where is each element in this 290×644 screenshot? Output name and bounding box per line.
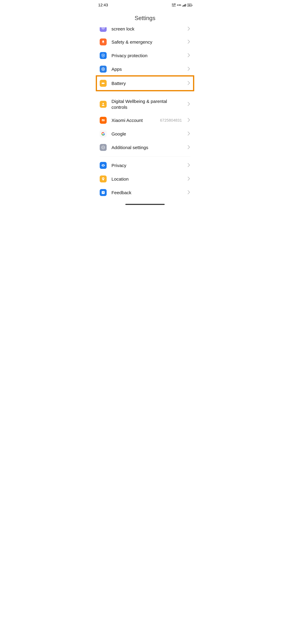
divider bbox=[100, 93, 190, 93]
data-speed: 0.00 KB/s bbox=[172, 3, 176, 7]
settings-row-xiaomi-account[interactable]: Xiaomi Account6725804831 bbox=[92, 114, 198, 127]
row-label: Feedback bbox=[111, 190, 182, 196]
chevron-right-icon bbox=[187, 190, 190, 195]
mi-icon bbox=[100, 117, 107, 124]
chevron-right-icon bbox=[187, 118, 190, 123]
gesture-bar[interactable] bbox=[92, 199, 198, 207]
svg-rect-6 bbox=[102, 83, 104, 84]
svg-point-2 bbox=[103, 28, 103, 28]
svg-point-8 bbox=[103, 103, 104, 104]
row-label: Privacy bbox=[111, 162, 182, 168]
settings-row-screen-lock[interactable]: screen lock bbox=[92, 26, 198, 35]
chevron-right-icon bbox=[187, 163, 190, 168]
page-title: Settings bbox=[92, 9, 198, 26]
svg-rect-3 bbox=[103, 43, 103, 43]
alert-icon bbox=[100, 38, 107, 46]
row-value: 6725804831 bbox=[160, 118, 182, 123]
settings-row-apps[interactable]: Apps bbox=[92, 62, 198, 76]
row-label: Digital Wellbeing & parental controls bbox=[111, 98, 182, 110]
status-indicators: 0.00 KB/s 4.5G 84 bbox=[172, 3, 192, 7]
fingerprint-icon bbox=[100, 27, 107, 32]
settings-row-privacy-protection[interactable]: Privacy protection bbox=[92, 49, 198, 62]
row-label: Apps bbox=[111, 66, 182, 72]
chevron-right-icon bbox=[187, 176, 190, 181]
settings-row-google[interactable]: Google bbox=[92, 127, 198, 141]
settings-row-battery[interactable]: Battery bbox=[97, 76, 193, 90]
chevron-right-icon bbox=[187, 67, 190, 72]
svg-text:?: ? bbox=[102, 191, 104, 194]
svg-rect-7 bbox=[105, 83, 105, 84]
eye-icon bbox=[100, 162, 107, 169]
chevron-right-icon bbox=[187, 26, 190, 32]
chevron-right-icon bbox=[187, 40, 190, 44]
shield-icon bbox=[100, 52, 107, 59]
network-type: 4.5G bbox=[177, 4, 181, 6]
settings-list: screen lockSafety & emergencyPrivacy pro… bbox=[92, 26, 198, 199]
row-label: Battery bbox=[111, 80, 182, 86]
svg-point-12 bbox=[104, 147, 104, 148]
settings-row-privacy[interactable]: Privacy bbox=[92, 158, 198, 172]
row-label: Safety & emergency bbox=[111, 39, 182, 45]
settings-row-location[interactable]: Location bbox=[92, 172, 198, 186]
help-icon: ? bbox=[100, 189, 107, 196]
settings-row-additional[interactable]: Additional settings bbox=[92, 141, 198, 154]
pin-icon bbox=[100, 176, 107, 182]
battery-icon bbox=[100, 80, 107, 87]
status-time: 12:43 bbox=[98, 3, 108, 8]
home-handle[interactable] bbox=[125, 204, 165, 205]
divider bbox=[100, 156, 190, 156]
settings-row-safety[interactable]: Safety & emergency bbox=[92, 35, 198, 49]
svg-point-10 bbox=[102, 147, 103, 148]
chevron-right-icon bbox=[187, 145, 190, 150]
chevron-right-icon bbox=[187, 102, 190, 107]
row-label: Google bbox=[111, 131, 182, 137]
row-label: Privacy protection bbox=[111, 53, 182, 58]
highlight-box: Battery bbox=[96, 75, 194, 91]
chevron-right-icon bbox=[187, 81, 190, 86]
svg-point-4 bbox=[103, 55, 104, 56]
chevron-right-icon bbox=[187, 132, 190, 136]
svg-point-5 bbox=[103, 69, 104, 70]
row-label: Location bbox=[111, 176, 182, 182]
dots-icon bbox=[100, 144, 107, 151]
svg-point-11 bbox=[103, 147, 103, 148]
chevron-right-icon bbox=[187, 53, 190, 58]
battery-indicator: 84 bbox=[187, 4, 192, 7]
row-label: Xiaomi Account bbox=[111, 118, 155, 123]
svg-point-14 bbox=[103, 178, 104, 179]
signal-icon bbox=[182, 4, 186, 6]
person-icon bbox=[100, 101, 107, 108]
svg-point-0 bbox=[102, 27, 105, 29]
settings-row-wellbeing[interactable]: Digital Wellbeing & parental controls bbox=[92, 95, 198, 114]
row-label: screen lock bbox=[111, 26, 182, 32]
svg-point-13 bbox=[103, 165, 104, 166]
row-label: Additional settings bbox=[111, 144, 182, 150]
settings-row-feedback[interactable]: ?Feedback bbox=[92, 186, 198, 199]
status-bar: 12:43 0.00 KB/s 4.5G 84 bbox=[92, 0, 198, 9]
gear-hex-icon bbox=[100, 66, 107, 72]
google-icon bbox=[100, 130, 107, 137]
